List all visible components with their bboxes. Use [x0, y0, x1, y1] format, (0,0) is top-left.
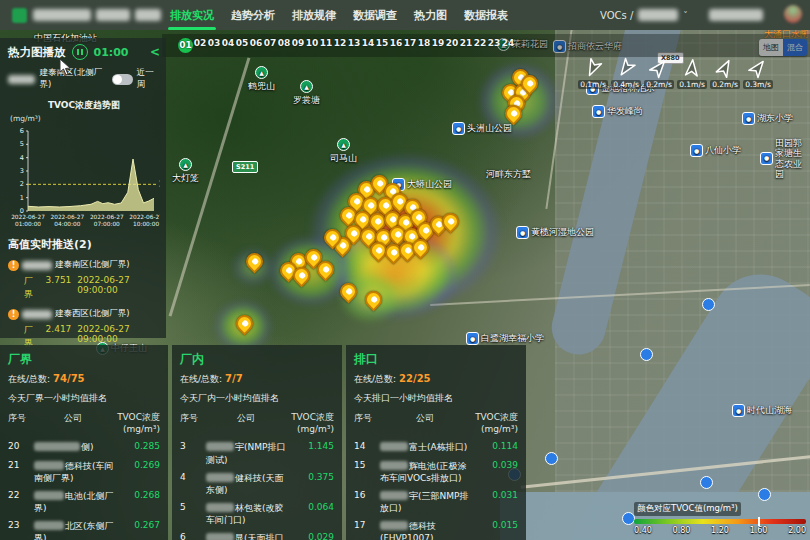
nav-tab-1[interactable]: 排放实况 [170, 8, 214, 23]
map-label[interactable]: ●头洲山公园 [452, 122, 512, 135]
alert-item[interactable]: !建泰南区(北侧厂界)厂界3.7512022-06-27 09:00:00 [8, 259, 160, 301]
row-value: 0.015 [474, 520, 518, 530]
map-label[interactable]: ▲罗裳塘 [293, 80, 320, 107]
row-company: 辉电池(正极涂布车间VOCs排放口) [380, 460, 474, 484]
map-label[interactable]: ▲司马山 [330, 138, 357, 165]
timeline-hour-23[interactable]: 23 [487, 38, 501, 53]
wind-arrow-icon [744, 54, 772, 82]
table-row[interactable]: 16宇(三部NMP排放口)0.031 [354, 490, 518, 514]
table-row[interactable]: 23北区(东侧厂界)0.267 [8, 520, 160, 540]
map-label[interactable]: ●湖东小学 [742, 112, 793, 125]
panel-inside-factory: 厂内在线/总数:7/7今天厂内一小时均值排名序号公司TVOC浓度(mg/m³)3… [172, 345, 342, 540]
table-row[interactable]: 20侧)0.285 [8, 441, 160, 453]
online-count: 在线/总数:74/75 [8, 373, 160, 386]
table-row[interactable]: 4健科技(天面东侧)0.375 [180, 472, 334, 496]
timeline-hours: 0102030405060708091011121314151617181920… [178, 38, 515, 53]
range-label[interactable]: 近一周 [137, 67, 160, 91]
timeline-hour-18[interactable]: 18 [417, 38, 431, 53]
table-row[interactable]: 15辉电池(正极涂布车间VOCs排放口)0.039 [354, 460, 518, 484]
svg-text:2: 2 [20, 180, 24, 188]
alert-time: 2022-06-27 09:00:00 [77, 275, 160, 301]
timeline-hour-09[interactable]: 09 [291, 38, 305, 53]
map-label[interactable]: ●华发峰尚 [592, 105, 643, 118]
timeline-hour-06[interactable]: 06 [249, 38, 263, 53]
row-seq: 14 [354, 441, 380, 451]
timeline-hour-24[interactable]: 24 [501, 38, 515, 53]
row-value: 0.064 [290, 502, 334, 512]
table-row[interactable]: 6显(天面排口西侧)0.029 [180, 532, 334, 540]
logo-text-redacted [96, 9, 130, 21]
wind-indicator: 0.1m/s [677, 58, 707, 89]
wind-arrow-icon [711, 54, 738, 81]
timeline-hour-05[interactable]: 05 [235, 38, 249, 53]
table-row[interactable]: 17德科技(FHVP1007)0.015 [354, 520, 518, 540]
row-seq: 3 [180, 441, 206, 451]
row-company: 林包装(改胶车间门口) [206, 502, 290, 526]
timeline-hour-21[interactable]: 21 [459, 38, 473, 53]
road-sign: S211 [232, 161, 258, 173]
collapse-chevron-icon[interactable]: < [150, 45, 160, 59]
rank-title: 今天厂界一小时均值排名 [8, 392, 160, 405]
nav-tab-2[interactable]: 趋势分析 [231, 8, 275, 23]
timeline-hour-13[interactable]: 13 [347, 38, 361, 53]
poi-icon [640, 348, 653, 361]
timeline-hour-11[interactable]: 11 [319, 38, 333, 53]
timeline-hour-08[interactable]: 08 [277, 38, 291, 53]
online-count: 在线/总数:7/7 [180, 373, 334, 386]
timeline-hour-02[interactable]: 02 [193, 38, 207, 53]
vocs-selector[interactable]: VOCs / ˅ [600, 0, 763, 30]
timeline-hour-16[interactable]: 16 [389, 38, 403, 53]
map-label[interactable]: ●黄榄河湿地公园 [516, 226, 594, 239]
map-label[interactable]: ●八仙小学 [690, 144, 741, 157]
map-label[interactable]: ●时代山湖海 [732, 404, 792, 417]
park-icon: ▲ [300, 80, 313, 93]
park-icon: ▲ [337, 138, 350, 151]
poi-icon: ● [690, 144, 703, 157]
pause-button[interactable] [72, 44, 88, 60]
playback-time: 01:00 [94, 46, 129, 59]
poi-icon: ● [592, 105, 605, 118]
company-redacted [380, 461, 408, 470]
row-value: 0.114 [474, 441, 518, 451]
timeline-hour-01[interactable]: 01 [178, 38, 193, 53]
timeline-hour-19[interactable]: 19 [431, 38, 445, 53]
timeline-hour-22[interactable]: 22 [473, 38, 487, 53]
nav-tab-3[interactable]: 排放规律 [292, 8, 336, 23]
row-company: 富士(A栋排口) [380, 441, 474, 453]
table-row[interactable]: 3宇(NMP排口测试)1.145 [180, 441, 334, 465]
timeline-hour-15[interactable]: 15 [375, 38, 389, 53]
timeline-hour-17[interactable]: 17 [403, 38, 417, 53]
map-label[interactable]: ▲大灯笼 [172, 158, 199, 185]
timeline-hour-04[interactable]: 04 [221, 38, 235, 53]
timeline-hour-07[interactable]: 07 [263, 38, 277, 53]
table-row[interactable]: 21德科技(车间南侧厂界)0.269 [8, 460, 160, 484]
nav-tab-4[interactable]: 数据调查 [353, 8, 397, 23]
chart-y-unit: (mg/m³) [10, 114, 160, 123]
timeline-hour-03[interactable]: 03 [207, 38, 221, 53]
svg-text:3: 3 [20, 167, 24, 175]
table-row[interactable]: 5林包装(改胶车间门口)0.064 [180, 502, 334, 526]
nav-tab-6[interactable]: 数据报表 [464, 8, 508, 23]
avatar[interactable] [784, 5, 802, 23]
svg-text:2022-06-27: 2022-06-27 [11, 214, 45, 220]
map-label[interactable]: ●田园郭家塘生态农业园 [760, 138, 810, 179]
timeline-hour-14[interactable]: 14 [361, 38, 375, 53]
company-redacted [380, 442, 408, 451]
alert-site: 建泰西区(北侧厂界) [55, 308, 130, 320]
map-label[interactable]: ▲鹤兜山 [248, 66, 275, 93]
timeline-hour-20[interactable]: 20 [445, 38, 459, 53]
timeline-hour-10[interactable]: 10 [305, 38, 319, 53]
wind-arrow-icon [645, 54, 673, 82]
map-label[interactable]: 河畔东方墅 [486, 168, 531, 181]
table-row[interactable]: 22电池(北侧厂界)0.268 [8, 490, 160, 514]
alert-item[interactable]: !建泰西区(北侧厂界)厂界2.4172022-06-27 09:00:00 [8, 308, 160, 350]
playback-toggle[interactable] [112, 74, 133, 85]
row-company: 健科技(天面东侧) [206, 472, 290, 496]
row-company: 宇(NMP排口测试) [206, 441, 290, 465]
table-row[interactable]: 14富士(A栋排口)0.114 [354, 441, 518, 453]
nav-tab-5[interactable]: 热力图 [414, 8, 447, 23]
map-label[interactable]: ●白鹭湖幸福小学 [466, 332, 544, 345]
site-name[interactable]: 建泰南区(北侧厂界) [39, 67, 107, 91]
logo-text-redacted [135, 9, 161, 21]
timeline-hour-12[interactable]: 12 [333, 38, 347, 53]
